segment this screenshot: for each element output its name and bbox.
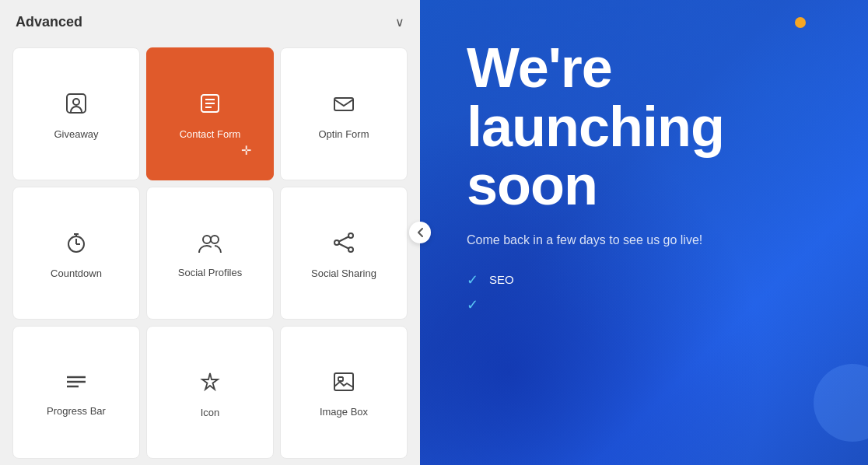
grid-item-optin-form[interactable]: Optin Form	[280, 47, 408, 180]
svg-point-12	[203, 236, 211, 243]
panel-title: Advanced	[16, 14, 82, 30]
svg-line-18	[339, 243, 348, 248]
giveaway-label: Giveaway	[54, 128, 98, 140]
progress-bar-label: Progress Bar	[47, 405, 106, 417]
social-profiles-icon	[198, 232, 222, 257]
progress-bar-icon	[65, 372, 88, 396]
feature-seo-label: SEO	[489, 273, 514, 286]
blue-circle-decoration	[814, 364, 868, 442]
svg-rect-23	[338, 377, 343, 381]
countdown-label: Countdown	[51, 267, 102, 279]
grid-item-contact-form[interactable]: Contact Form ✛	[146, 47, 274, 180]
social-sharing-icon	[332, 231, 355, 258]
svg-rect-0	[67, 94, 86, 113]
svg-point-14	[348, 233, 353, 238]
feature-list: ✓ SEO ✓	[467, 271, 829, 313]
grid-item-social-profiles[interactable]: Social Profiles	[146, 187, 274, 320]
hero-title: We're launching soon	[467, 39, 829, 215]
hero-subtitle: Come back in a few days to see us go liv…	[467, 231, 762, 250]
grid-item-giveaway[interactable]: Giveaway	[12, 47, 140, 180]
grid-item-countdown[interactable]: Countdown	[12, 187, 140, 320]
collapse-panel-button[interactable]	[409, 222, 431, 243]
svg-point-13	[211, 236, 219, 243]
social-profiles-label: Social Profiles	[178, 267, 242, 278]
icon-widget-label: Icon	[201, 407, 220, 418]
optin-form-icon	[332, 92, 355, 119]
svg-point-15	[334, 240, 339, 245]
svg-line-17	[339, 236, 348, 241]
svg-rect-22	[334, 373, 353, 390]
feature-item-seo: ✓ SEO	[467, 271, 829, 288]
contact-form-icon	[198, 92, 222, 119]
grid-item-progress-bar[interactable]: Progress Bar	[12, 326, 140, 459]
contact-form-label: Contact Form	[180, 128, 241, 140]
image-box-icon	[332, 371, 355, 397]
grid-item-image-box[interactable]: Image Box	[280, 326, 408, 459]
grid-item-social-sharing[interactable]: Social Sharing	[280, 187, 408, 320]
grid-item-icon[interactable]: Icon	[146, 326, 274, 459]
optin-form-label: Optin Form	[318, 128, 369, 140]
move-cursor-icon: ✛	[241, 143, 251, 158]
feature-item-2: ✓	[467, 296, 829, 313]
check-icon-2: ✓	[467, 296, 478, 313]
right-panel: We're launching soon Come back in a few …	[420, 0, 868, 465]
giveaway-icon	[65, 92, 88, 119]
widget-grid: Giveaway Contact Form ✛ Optin	[0, 41, 420, 465]
icon-widget-icon	[198, 370, 222, 397]
countdown-icon	[65, 231, 88, 258]
chevron-down-icon[interactable]: ∨	[395, 15, 404, 30]
svg-point-1	[73, 99, 79, 105]
panel-header: Advanced ∨	[0, 0, 420, 41]
check-icon-seo: ✓	[467, 271, 478, 288]
svg-point-16	[348, 247, 353, 252]
orange-dot	[795, 17, 806, 28]
svg-rect-6	[334, 98, 353, 110]
image-box-label: Image Box	[320, 406, 368, 418]
left-panel: Advanced ∨ Giveaway	[0, 0, 420, 465]
social-sharing-label: Social Sharing	[311, 267, 376, 279]
